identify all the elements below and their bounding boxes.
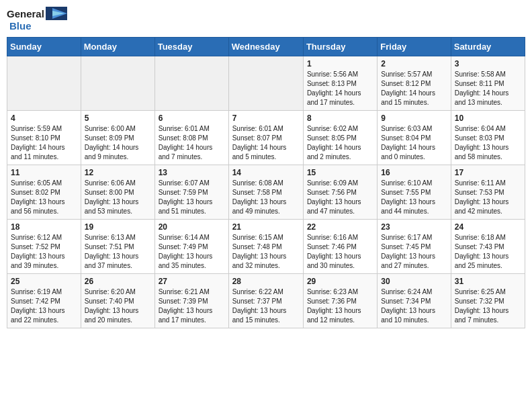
calendar-cell: 2Sunrise: 5:57 AM Sunset: 8:12 PM Daylig… bbox=[378, 56, 451, 111]
day-of-week-header: Saturday bbox=[451, 38, 525, 56]
calendar-cell bbox=[228, 56, 303, 111]
day-info: Sunrise: 6:09 AM Sunset: 7:56 PM Dayligh… bbox=[307, 179, 373, 216]
calendar-cell: 3Sunrise: 5:58 AM Sunset: 8:11 PM Daylig… bbox=[451, 56, 525, 111]
day-number: 20 bbox=[159, 222, 225, 232]
calendar-cell: 23Sunrise: 6:17 AM Sunset: 7:45 PM Dayli… bbox=[378, 220, 451, 274]
calendar-cell: 10Sunrise: 6:04 AM Sunset: 8:03 PM Dayli… bbox=[451, 111, 525, 165]
day-number: 3 bbox=[455, 59, 521, 68]
day-info: Sunrise: 6:04 AM Sunset: 8:03 PM Dayligh… bbox=[455, 124, 521, 162]
calendar-cell: 27Sunrise: 6:21 AM Sunset: 7:39 PM Dayli… bbox=[154, 274, 228, 328]
day-info: Sunrise: 6:22 AM Sunset: 7:37 PM Dayligh… bbox=[232, 287, 300, 325]
day-of-week-header: Monday bbox=[81, 38, 154, 56]
day-info: Sunrise: 6:13 AM Sunset: 7:51 PM Dayligh… bbox=[85, 233, 151, 271]
day-info: Sunrise: 6:06 AM Sunset: 8:00 PM Dayligh… bbox=[85, 179, 151, 216]
day-number: 2 bbox=[381, 59, 447, 68]
day-number: 29 bbox=[307, 277, 373, 286]
day-number: 25 bbox=[11, 277, 77, 286]
day-info: Sunrise: 6:03 AM Sunset: 8:04 PM Dayligh… bbox=[381, 124, 447, 162]
calendar-week-row: 25Sunrise: 6:19 AM Sunset: 7:42 PM Dayli… bbox=[7, 274, 525, 328]
day-number: 12 bbox=[85, 168, 151, 177]
day-info: Sunrise: 6:08 AM Sunset: 7:58 PM Dayligh… bbox=[232, 179, 300, 216]
page-header: General Blue bbox=[7, 7, 525, 32]
calendar-cell: 7Sunrise: 6:01 AM Sunset: 8:07 PM Daylig… bbox=[228, 111, 303, 165]
day-number: 26 bbox=[85, 277, 151, 286]
calendar-table: SundayMondayTuesdayWednesdayThursdayFrid… bbox=[7, 37, 525, 328]
day-info: Sunrise: 6:23 AM Sunset: 7:36 PM Dayligh… bbox=[307, 287, 373, 325]
calendar-week-row: 18Sunrise: 6:12 AM Sunset: 7:52 PM Dayli… bbox=[7, 220, 525, 274]
logo-general-text: General bbox=[7, 8, 44, 19]
logo-flag-icon bbox=[46, 7, 67, 20]
day-number: 5 bbox=[85, 113, 151, 123]
day-info: Sunrise: 6:11 AM Sunset: 7:53 PM Dayligh… bbox=[455, 179, 521, 216]
day-info: Sunrise: 6:14 AM Sunset: 7:49 PM Dayligh… bbox=[159, 233, 225, 271]
calendar-cell: 22Sunrise: 6:16 AM Sunset: 7:46 PM Dayli… bbox=[303, 220, 377, 274]
calendar-cell: 21Sunrise: 6:15 AM Sunset: 7:48 PM Dayli… bbox=[228, 220, 303, 274]
calendar-week-row: 1Sunrise: 5:56 AM Sunset: 8:13 PM Daylig… bbox=[7, 56, 525, 111]
day-number: 10 bbox=[455, 113, 521, 123]
calendar-cell: 5Sunrise: 6:00 AM Sunset: 8:09 PM Daylig… bbox=[81, 111, 154, 165]
day-info: Sunrise: 6:24 AM Sunset: 7:34 PM Dayligh… bbox=[381, 287, 447, 325]
day-number: 28 bbox=[232, 277, 300, 286]
calendar-cell: 29Sunrise: 6:23 AM Sunset: 7:36 PM Dayli… bbox=[303, 274, 377, 328]
day-info: Sunrise: 6:05 AM Sunset: 8:02 PM Dayligh… bbox=[11, 179, 77, 216]
day-number: 30 bbox=[381, 277, 447, 286]
day-of-week-header: Sunday bbox=[7, 38, 81, 56]
day-info: Sunrise: 6:16 AM Sunset: 7:46 PM Dayligh… bbox=[307, 233, 373, 271]
day-info: Sunrise: 6:25 AM Sunset: 7:32 PM Dayligh… bbox=[455, 287, 521, 325]
day-of-week-header: Friday bbox=[378, 38, 451, 56]
day-number: 23 bbox=[381, 222, 447, 232]
calendar-cell bbox=[81, 56, 154, 111]
day-number: 16 bbox=[381, 168, 447, 177]
day-info: Sunrise: 6:18 AM Sunset: 7:43 PM Dayligh… bbox=[455, 233, 521, 271]
calendar-cell bbox=[154, 56, 228, 111]
day-info: Sunrise: 5:56 AM Sunset: 8:13 PM Dayligh… bbox=[307, 70, 373, 107]
calendar-cell: 13Sunrise: 6:07 AM Sunset: 7:59 PM Dayli… bbox=[154, 165, 228, 220]
calendar-cell: 6Sunrise: 6:01 AM Sunset: 8:08 PM Daylig… bbox=[154, 111, 228, 165]
calendar-cell: 17Sunrise: 6:11 AM Sunset: 7:53 PM Dayli… bbox=[451, 165, 525, 220]
day-number: 1 bbox=[307, 59, 373, 68]
day-number: 22 bbox=[307, 222, 373, 232]
calendar-cell: 1Sunrise: 5:56 AM Sunset: 8:13 PM Daylig… bbox=[303, 56, 377, 111]
day-number: 18 bbox=[11, 222, 77, 232]
day-number: 11 bbox=[11, 168, 77, 177]
calendar-cell: 4Sunrise: 5:59 AM Sunset: 8:10 PM Daylig… bbox=[7, 111, 81, 165]
calendar-cell: 8Sunrise: 6:02 AM Sunset: 8:05 PM Daylig… bbox=[303, 111, 377, 165]
day-info: Sunrise: 6:19 AM Sunset: 7:42 PM Dayligh… bbox=[11, 287, 77, 325]
day-info: Sunrise: 6:01 AM Sunset: 8:08 PM Dayligh… bbox=[159, 124, 225, 162]
day-info: Sunrise: 6:01 AM Sunset: 8:07 PM Dayligh… bbox=[232, 124, 300, 162]
calendar-cell: 28Sunrise: 6:22 AM Sunset: 7:37 PM Dayli… bbox=[228, 274, 303, 328]
day-number: 21 bbox=[232, 222, 300, 232]
day-number: 31 bbox=[455, 277, 521, 286]
calendar-week-row: 4Sunrise: 5:59 AM Sunset: 8:10 PM Daylig… bbox=[7, 111, 525, 165]
day-of-week-header: Thursday bbox=[303, 38, 377, 56]
day-info: Sunrise: 6:21 AM Sunset: 7:39 PM Dayligh… bbox=[159, 287, 225, 325]
logo-blue-text: Blue bbox=[9, 20, 32, 32]
day-number: 19 bbox=[85, 222, 151, 232]
calendar-cell: 9Sunrise: 6:03 AM Sunset: 8:04 PM Daylig… bbox=[378, 111, 451, 165]
calendar-cell: 14Sunrise: 6:08 AM Sunset: 7:58 PM Dayli… bbox=[228, 165, 303, 220]
day-info: Sunrise: 6:02 AM Sunset: 8:05 PM Dayligh… bbox=[307, 124, 373, 162]
calendar-cell: 24Sunrise: 6:18 AM Sunset: 7:43 PM Dayli… bbox=[451, 220, 525, 274]
day-info: Sunrise: 6:17 AM Sunset: 7:45 PM Dayligh… bbox=[381, 233, 447, 271]
day-number: 15 bbox=[307, 168, 373, 177]
day-info: Sunrise: 6:12 AM Sunset: 7:52 PM Dayligh… bbox=[11, 233, 77, 271]
calendar-cell: 12Sunrise: 6:06 AM Sunset: 8:00 PM Dayli… bbox=[81, 165, 154, 220]
day-number: 27 bbox=[159, 277, 225, 286]
day-number: 7 bbox=[232, 113, 300, 123]
logo: General Blue bbox=[7, 7, 67, 32]
day-number: 6 bbox=[159, 113, 225, 123]
day-number: 9 bbox=[381, 113, 447, 123]
day-number: 14 bbox=[232, 168, 300, 177]
day-number: 24 bbox=[455, 222, 521, 232]
calendar-cell: 30Sunrise: 6:24 AM Sunset: 7:34 PM Dayli… bbox=[378, 274, 451, 328]
day-number: 4 bbox=[11, 113, 77, 123]
day-info: Sunrise: 6:20 AM Sunset: 7:40 PM Dayligh… bbox=[85, 287, 151, 325]
calendar-cell: 18Sunrise: 6:12 AM Sunset: 7:52 PM Dayli… bbox=[7, 220, 81, 274]
calendar-body: 1Sunrise: 5:56 AM Sunset: 8:13 PM Daylig… bbox=[7, 56, 525, 328]
calendar-cell: 31Sunrise: 6:25 AM Sunset: 7:32 PM Dayli… bbox=[451, 274, 525, 328]
day-info: Sunrise: 6:07 AM Sunset: 7:59 PM Dayligh… bbox=[159, 179, 225, 216]
calendar-cell: 16Sunrise: 6:10 AM Sunset: 7:55 PM Dayli… bbox=[378, 165, 451, 220]
calendar-cell: 26Sunrise: 6:20 AM Sunset: 7:40 PM Dayli… bbox=[81, 274, 154, 328]
calendar-cell: 20Sunrise: 6:14 AM Sunset: 7:49 PM Dayli… bbox=[154, 220, 228, 274]
day-number: 8 bbox=[307, 113, 373, 123]
